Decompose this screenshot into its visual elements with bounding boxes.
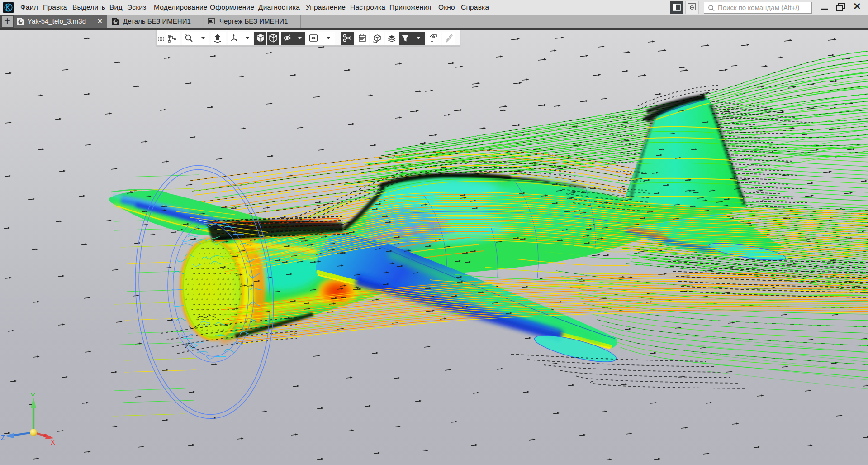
svg-text:Z: Z bbox=[1, 434, 5, 442]
svg-text:Y: Y bbox=[31, 393, 35, 401]
svg-text:X: X bbox=[51, 439, 55, 447]
